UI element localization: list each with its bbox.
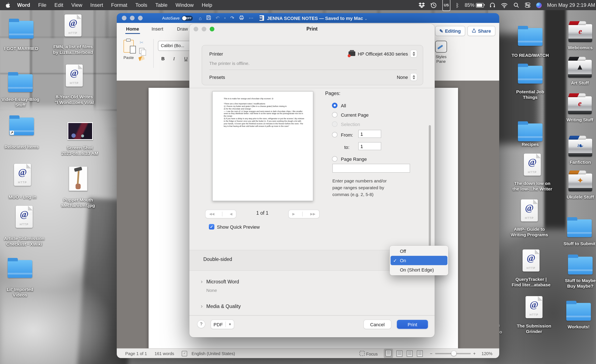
printer-stepper-icon[interactable] [410,50,417,57]
quick-preview-label[interactable]: Show Quick Preview [217,225,260,230]
from-page-input[interactable] [358,130,381,138]
editing-button[interactable]: ✎ Editing [435,26,465,36]
paste-button[interactable]: Paste [121,40,136,60]
word-titlebar[interactable]: AutoSave OFF ⌂ ↶ ▾ ↷ ⋯ JENNA SCONE NOTES [117,13,499,23]
language-status[interactable]: English (United States) [192,351,235,356]
folder-lil-imported-videos-icon[interactable] [8,260,32,278]
folder-fanfiction-label[interactable]: Fanfiction [553,160,596,165]
format-painter-icon[interactable] [138,56,145,61]
minimize-button[interactable] [130,16,134,20]
webloc-the-down-low-label[interactable]: The down low on the low-...he Writer [505,181,560,192]
menu-item-window[interactable]: Window [171,2,198,8]
image-screen-shot-label[interactable]: Screen Shot 2021-08...6.33 AM [52,145,107,156]
menu-item-file[interactable]: File [34,2,51,8]
tab-draw[interactable]: Draw [177,26,188,31]
folder-i-got-married-label[interactable]: I GOT MARRIED [0,46,49,51]
image-puppet-mouth-label[interactable]: Puppet Mouth Mechanism!.jpg [51,197,106,208]
menu-item-table[interactable]: Table [151,2,171,8]
menu-item-insert[interactable]: Insert [86,2,107,8]
webloc-fmn-letterboxd-icon[interactable]: @HTTP [65,15,82,36]
close-button[interactable] [122,16,127,20]
menu-option-on[interactable]: ✓On [391,256,447,265]
menu-item-format[interactable]: Format [107,2,131,8]
menu-item-word[interactable]: Word [13,2,34,8]
cancel-button[interactable]: Cancel [364,320,391,329]
wifi-icon[interactable] [501,0,507,10]
pdf-menu-button[interactable]: PDF▼ [211,320,234,329]
zoom-slider[interactable] [435,353,470,354]
folder-writing-stuff-label[interactable]: Writing Stuff [552,117,596,123]
headphones-icon[interactable] [489,0,495,10]
last-page-icon[interactable]: ▶▶ [310,212,316,216]
zoom-button[interactable] [138,16,143,20]
webloc-fmn-letterboxd-label[interactable]: FMN, a list of films by LizBa...tterboxd [45,44,101,55]
webloc-muo-log-in-icon[interactable]: @HTTP [14,164,31,186]
radio-from-label[interactable]: From: [341,132,353,138]
print-icon[interactable] [239,15,244,21]
printer-select[interactable]: HP Officejet 4630 series [349,50,417,57]
radio-page-range-label[interactable]: Page Range [341,157,367,162]
word-count[interactable]: 161 words [155,351,174,356]
menu-item-edit[interactable]: Edit [51,2,67,8]
autosave-toggle[interactable]: OFF [182,15,193,21]
folder-stuff-to-maybe-buy-label[interactable]: Stuff to Maybe Buy Maybe? [553,278,596,289]
to-page-input[interactable] [358,142,381,150]
menu-bar-clock[interactable]: Mon May 29 2:19 AM [547,0,595,10]
webloc-awp-guide-label[interactable]: AWP- Guide to Writing Programs [502,226,557,238]
folder-workouts-label[interactable]: Workouts! [551,324,596,330]
undo-chevron-icon[interactable]: ▾ [224,16,226,20]
tab-insert[interactable]: Insert [152,26,163,31]
zoom-in-button[interactable]: + [473,351,476,356]
spotlight-icon[interactable] [513,0,519,10]
dropbox-icon[interactable] [418,0,425,10]
folder-potential-job-things-icon[interactable] [518,66,543,84]
control-center-icon[interactable] [524,0,530,10]
focus-toggle[interactable]: Focus [359,351,378,356]
presets-select[interactable]: None [397,73,417,80]
keyboard-layout-badge[interactable]: US [442,0,450,11]
webloc-submission-grinder-icon[interactable]: @HTTP [526,296,543,318]
section-microsoft-word[interactable]: Microsoft Word [206,279,239,284]
time-machine-icon[interactable] [431,0,437,10]
folder-relocated-items-label[interactable]: Relocated Items [0,144,49,150]
radio-all-label[interactable]: All [341,103,346,108]
zoom-slider-knob[interactable] [451,351,456,356]
more-icon[interactable]: ⋯ [249,15,253,21]
web-layout-icon[interactable] [396,350,402,357]
nav-next-buttons[interactable]: ▶▶▶ [289,210,319,218]
folder-art-stuff-label[interactable]: Art Stuff [552,80,596,86]
autosave-control[interactable]: AutoSave OFF [162,15,193,21]
folder-ukulele-stuff-icon[interactable]: ✦ [568,174,592,191]
radio-current-page-label[interactable]: Current Page [341,112,369,117]
webloc-article-submission-checklist-label[interactable]: Article Submission Checklist - XWiki [0,236,52,247]
radio-current-page[interactable] [332,112,337,117]
dialog-scrollbar[interactable] [429,125,431,250]
print-button[interactable]: Print [397,320,428,329]
tab-home[interactable]: Home [126,26,139,31]
outline-view-icon[interactable] [406,350,412,357]
next-page-icon[interactable]: ▶ [292,212,295,216]
section-media-quality[interactable]: Media & Quality [206,304,241,309]
battery-indicator[interactable]: 85% [465,0,484,10]
italic-button[interactable]: I [173,56,175,61]
folder-stuff-to-submit-label[interactable]: Stuff to Submit [552,241,596,247]
spellcheck-icon[interactable]: ✓ [182,351,187,356]
image-puppet-mouth-icon[interactable] [69,166,88,191]
cut-icon[interactable]: ✂ [140,40,143,45]
folder-to-read-watch-icon[interactable] [518,28,543,46]
radio-page-range[interactable] [332,156,337,162]
webloc-8-year-old-writes-label[interactable]: 8-Year-Old Writes "I Wond...oes Viral [47,94,102,105]
media-quality-disclosure-icon[interactable]: › [201,303,203,309]
folder-fanfiction-icon[interactable]: ❧ [568,139,592,157]
folder-i-got-married-icon[interactable] [9,21,34,39]
folder-stuff-to-submit-icon[interactable] [567,219,592,237]
presets-stepper-icon[interactable] [410,73,417,80]
draft-view-icon[interactable] [417,350,423,357]
folder-writing-stuff-icon[interactable]: e [568,96,592,114]
radio-all[interactable] [332,103,337,108]
menu-option-off[interactable]: Off [391,247,447,256]
font-name-select[interactable]: Calibri (Bo... [158,41,193,51]
copy-icon[interactable] [139,48,144,54]
undo-icon[interactable]: ↶ [216,15,219,21]
siri-icon[interactable] [536,2,541,8]
